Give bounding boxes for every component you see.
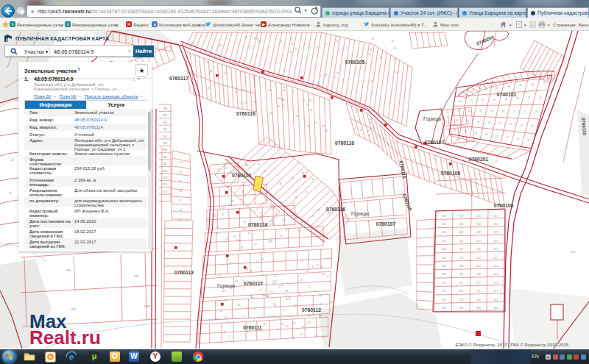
svg-text:16: 16: [460, 90, 463, 93]
svg-text:13: 13: [233, 235, 236, 238]
svg-text:18: 18: [367, 129, 370, 132]
svg-text:338: 338: [442, 215, 446, 218]
svg-text:25: 25: [179, 180, 182, 183]
svg-text:80: 80: [394, 47, 397, 50]
svg-text:379: 379: [459, 299, 464, 301]
svg-text:9: 9: [243, 315, 244, 318]
svg-text:52: 52: [283, 224, 286, 226]
svg-text:30: 30: [270, 204, 273, 207]
svg-text:53: 53: [308, 315, 311, 318]
svg-text:28: 28: [261, 258, 264, 261]
svg-text:46: 46: [241, 190, 244, 193]
svg-text:43: 43: [527, 96, 530, 99]
svg-text:11: 11: [311, 265, 314, 268]
svg-text:44: 44: [504, 98, 507, 101]
svg-text:378: 378: [442, 299, 446, 301]
svg-text:38: 38: [214, 318, 217, 321]
svg-text:34: 34: [179, 190, 182, 193]
svg-text:0740204: 0740204: [476, 34, 495, 46]
svg-text:29: 29: [477, 121, 480, 124]
svg-text:31: 31: [261, 192, 264, 195]
svg-text:373: 373: [494, 282, 498, 285]
svg-text:594: 594: [163, 121, 167, 124]
svg-text:62: 62: [303, 99, 306, 102]
svg-text:47: 47: [324, 43, 327, 46]
svg-text:6: 6: [311, 233, 312, 236]
svg-text:57: 57: [254, 307, 257, 310]
svg-text:351: 351: [459, 240, 464, 243]
svg-text:23: 23: [269, 112, 272, 115]
svg-text:17: 17: [283, 309, 286, 312]
svg-text:0760201: 0760201: [469, 157, 489, 162]
svg-text:43: 43: [495, 135, 498, 138]
svg-text:46: 46: [314, 121, 317, 124]
svg-text:635: 635: [71, 307, 77, 311]
svg-text:5: 5: [369, 134, 370, 137]
svg-text:32: 32: [278, 205, 281, 208]
svg-text:91: 91: [235, 91, 238, 94]
svg-text:244: 244: [134, 274, 139, 278]
svg-text:14: 14: [498, 122, 501, 125]
svg-text:Горицы: Горицы: [217, 283, 235, 289]
svg-text:21: 21: [254, 243, 257, 246]
svg-text:19: 19: [543, 82, 546, 85]
svg-text:93: 93: [395, 71, 398, 74]
svg-text:0760114: 0760114: [248, 222, 267, 227]
svg-text:596: 596: [163, 114, 167, 117]
svg-text:14: 14: [242, 184, 245, 187]
svg-text:0760106: 0760106: [441, 171, 461, 176]
svg-text:Горицы: Горицы: [351, 211, 369, 217]
svg-text:40: 40: [243, 228, 246, 231]
svg-text:21: 21: [314, 290, 317, 293]
svg-text:9: 9: [258, 183, 259, 186]
svg-text:9: 9: [443, 160, 445, 163]
svg-text:6: 6: [276, 279, 278, 282]
svg-text:582: 582: [163, 163, 167, 165]
svg-text:90: 90: [290, 38, 293, 40]
svg-text:24: 24: [256, 260, 259, 263]
svg-text:0740101: 0740101: [497, 92, 517, 97]
svg-text:15: 15: [357, 120, 360, 123]
svg-text:39: 39: [485, 133, 488, 136]
svg-text:21: 21: [249, 46, 252, 49]
svg-text:0760107: 0760107: [376, 221, 396, 226]
svg-text:0760107: 0760107: [425, 140, 445, 145]
svg-text:385: 385: [494, 307, 498, 310]
svg-text:373: 373: [571, 250, 576, 254]
svg-text:14: 14: [245, 164, 248, 167]
svg-text:2: 2: [485, 169, 487, 172]
svg-text:98: 98: [325, 129, 328, 132]
svg-text:28: 28: [230, 200, 233, 203]
svg-text:3: 3: [239, 240, 241, 243]
svg-text:14: 14: [179, 161, 182, 164]
svg-text:55: 55: [218, 274, 221, 277]
svg-text:17: 17: [217, 168, 220, 171]
svg-text:586: 586: [163, 149, 167, 151]
svg-text:38: 38: [296, 115, 299, 118]
svg-text:32: 32: [317, 264, 320, 267]
svg-text:54: 54: [283, 99, 286, 101]
svg-text:55: 55: [306, 104, 309, 107]
svg-text:17: 17: [506, 136, 509, 139]
svg-text:31: 31: [470, 99, 473, 102]
svg-text:44: 44: [322, 273, 325, 276]
svg-text:33: 33: [308, 321, 311, 324]
svg-text:59: 59: [336, 72, 339, 75]
svg-text:9: 9: [241, 246, 243, 249]
svg-text:42: 42: [521, 124, 523, 127]
svg-text:374: 374: [442, 290, 446, 293]
svg-text:40: 40: [292, 337, 294, 340]
svg-text:4: 4: [295, 189, 297, 192]
svg-text:29: 29: [300, 260, 303, 263]
svg-text:4: 4: [412, 135, 413, 138]
svg-text:8: 8: [355, 127, 356, 130]
svg-text:21: 21: [305, 191, 308, 194]
svg-text:43: 43: [392, 40, 395, 43]
svg-text:55: 55: [248, 232, 251, 235]
svg-text:13: 13: [225, 238, 228, 240]
svg-text:0760117: 0760117: [169, 76, 188, 81]
svg-text:0760111: 0760111: [243, 325, 262, 330]
svg-text:58: 58: [319, 315, 322, 318]
svg-text:11: 11: [236, 166, 239, 169]
svg-text:31: 31: [495, 87, 498, 90]
